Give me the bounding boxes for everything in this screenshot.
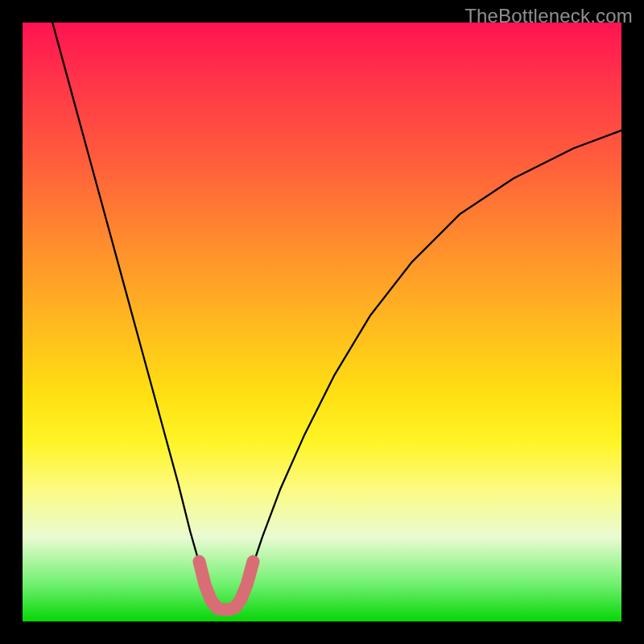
optimal-zone-marker: [199, 562, 253, 610]
chart-svg: [23, 23, 621, 621]
watermark-text: TheBottleneck.com: [464, 5, 633, 27]
chart-plot-area: [23, 23, 621, 621]
bottleneck-curve: [52, 23, 621, 609]
